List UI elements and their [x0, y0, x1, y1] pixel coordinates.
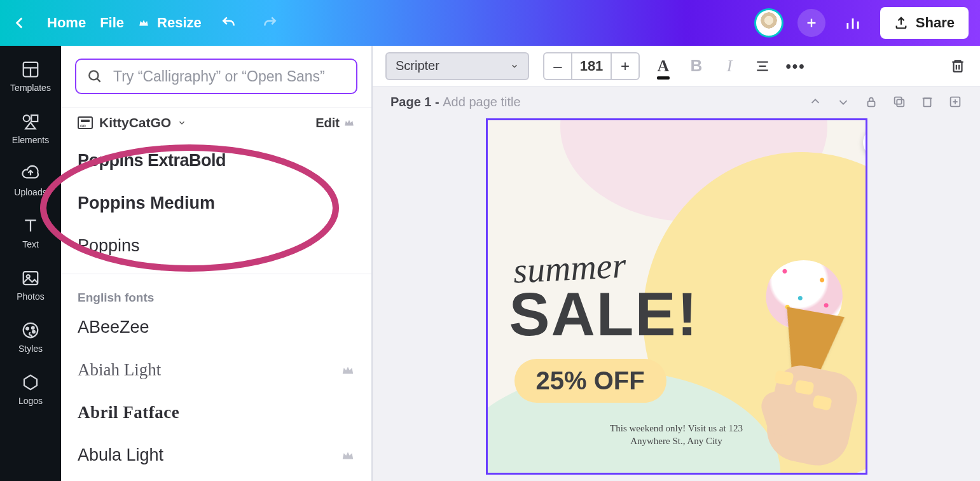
align-icon	[754, 58, 771, 74]
svg-point-17	[32, 326, 34, 329]
italic-icon: I	[727, 57, 733, 76]
home-link[interactable]: Home	[47, 15, 86, 31]
templates-icon	[21, 60, 40, 79]
text-color-icon: A	[658, 57, 670, 76]
align-button[interactable]	[753, 57, 772, 76]
page-up-button[interactable]	[808, 95, 822, 109]
svg-rect-29	[868, 101, 875, 106]
font-option[interactable]: Abiah Light	[78, 349, 355, 391]
add-page-button[interactable]	[948, 95, 962, 109]
font-panel: KittyCatGO Edit Poppins ExtraBold Poppin…	[61, 46, 373, 481]
rail-photos-label: Photos	[17, 291, 45, 302]
text-caption[interactable]: This weekend only! Visit us at 123 Anywh…	[488, 422, 866, 448]
font-search[interactable]	[75, 59, 357, 94]
artboard[interactable]: summer SALE! 25% OFF This weekend only! …	[486, 118, 867, 475]
photos-icon	[21, 268, 40, 288]
font-option[interactable]: ABeeZee	[78, 306, 355, 349]
font-label: Abula Light	[78, 445, 163, 465]
add-collaborator-button[interactable]	[797, 9, 825, 37]
more-button[interactable]: •••	[786, 57, 805, 76]
user-avatar[interactable]	[754, 8, 783, 38]
caption-line1: This weekend only! Visit us at 123	[610, 423, 743, 433]
rail-styles-label: Styles	[18, 344, 43, 354]
file-menu[interactable]: File	[100, 15, 124, 31]
edit-label: Edit	[315, 116, 340, 130]
text-discount[interactable]: 25% OFF	[514, 359, 666, 403]
font-label: Poppins ExtraBold	[78, 151, 226, 171]
page-down-button[interactable]	[836, 95, 850, 109]
bold-button[interactable]: B	[687, 57, 706, 76]
crown-icon	[343, 117, 355, 129]
top-left-group: Home File Resize	[6, 10, 283, 36]
top-bar: Home File Resize Share	[0, 0, 980, 46]
text-color-button[interactable]: A	[654, 57, 673, 76]
font-size-increase[interactable]: +	[612, 57, 638, 75]
page-label[interactable]: Page 1 - Add page title	[390, 95, 521, 109]
delete-button[interactable]	[948, 57, 967, 76]
font-section-label: English fonts	[78, 281, 355, 306]
svg-rect-26	[954, 62, 962, 71]
rail-text-label: Text	[22, 239, 39, 249]
rail-templates-label: Templates	[10, 83, 51, 93]
rail-uploads-label: Uploads	[14, 187, 46, 197]
elements-icon	[21, 112, 40, 131]
search-wrap	[61, 46, 371, 108]
duplicate-page-button[interactable]	[892, 95, 906, 109]
svg-point-16	[26, 328, 29, 330]
rail-logos[interactable]: Logos	[0, 365, 61, 414]
rail-elements-label: Elements	[12, 135, 49, 145]
font-family-select[interactable]: Scripter	[385, 52, 529, 80]
canvas-area: Scripter – 181 + A B I ••• Page 1 - Add …	[373, 46, 980, 481]
font-size-value[interactable]: 181	[571, 53, 612, 79]
lock-page-button[interactable]	[864, 95, 878, 109]
text-property-bar: Scripter – 181 + A B I •••	[373, 46, 980, 87]
delete-page-button[interactable]	[920, 95, 934, 109]
insights-button[interactable]	[839, 10, 866, 36]
back-button[interactable]	[6, 10, 33, 36]
svg-point-8	[24, 115, 30, 122]
font-search-input[interactable]	[112, 67, 346, 86]
font-option[interactable]: Abula Light	[78, 434, 355, 477]
chevron-down-icon	[510, 62, 519, 71]
rail-uploads[interactable]: Uploads	[0, 157, 61, 205]
brand-kit-selector[interactable]: KittyCatGO	[78, 115, 186, 130]
more-icon: •••	[785, 57, 805, 75]
chevron-down-icon	[177, 118, 186, 127]
text-sale[interactable]: SALE!	[509, 279, 699, 349]
italic-button[interactable]: I	[720, 57, 739, 76]
resize-menu[interactable]: Resize	[138, 15, 202, 31]
font-label: Abiah Light	[78, 360, 161, 380]
share-button[interactable]: Share	[880, 7, 969, 39]
brand-edit-link[interactable]: Edit	[315, 116, 355, 130]
undo-button[interactable]	[216, 10, 242, 36]
canvas-stage[interactable]: summer SALE! 25% OFF This weekend only! …	[373, 117, 980, 481]
rail-photos[interactable]: Photos	[0, 261, 61, 309]
svg-rect-32	[924, 99, 931, 107]
font-option[interactable]: Abril Fatface	[78, 391, 355, 434]
font-size-decrease[interactable]: –	[544, 57, 571, 75]
rail-templates[interactable]: Templates	[0, 52, 61, 101]
trash-icon	[949, 58, 966, 74]
font-option[interactable]: Poppins Medium	[78, 182, 355, 225]
home-label: Home	[47, 15, 86, 31]
share-label: Share	[916, 15, 955, 31]
font-label: ABeeZee	[78, 317, 149, 337]
font-option[interactable]: Poppins	[78, 225, 355, 267]
svg-rect-31	[895, 97, 902, 104]
redo-button[interactable]	[256, 10, 283, 36]
crown-icon	[138, 17, 149, 29]
svg-marker-19	[24, 375, 37, 390]
rail-text[interactable]: Text	[0, 209, 61, 257]
regenerate-button[interactable]	[863, 128, 867, 157]
font-option[interactable]: Acherus Grotesque Light	[78, 477, 355, 481]
page-number: Page 1 -	[390, 95, 443, 109]
divider	[61, 274, 371, 274]
caption-line2: Anywhere St., Any City	[630, 436, 722, 446]
rail-elements[interactable]: Elements	[0, 104, 61, 153]
search-icon	[86, 68, 103, 85]
page-strip: Page 1 - Add page title	[373, 87, 980, 117]
svg-rect-30	[897, 99, 904, 106]
brand-kit-row: KittyCatGO Edit	[61, 108, 371, 136]
rail-styles[interactable]: Styles	[0, 313, 61, 361]
font-option[interactable]: Poppins ExtraBold	[78, 139, 355, 182]
